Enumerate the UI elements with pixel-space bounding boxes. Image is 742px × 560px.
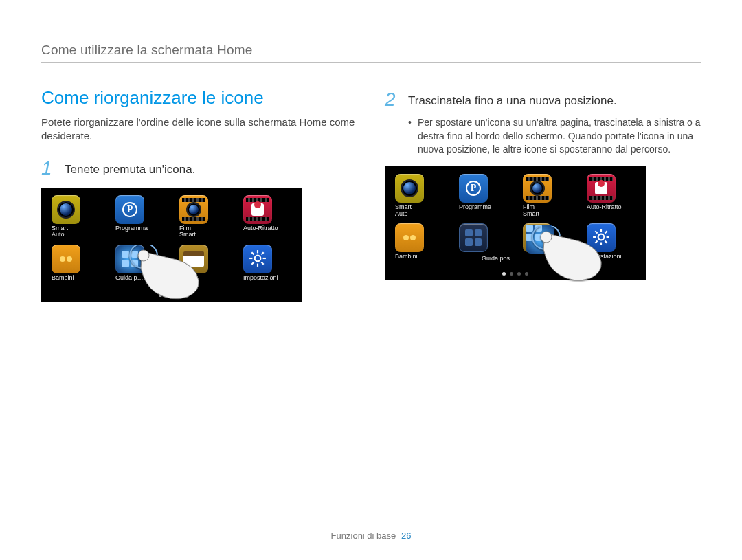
page-indicator bbox=[42, 293, 302, 297]
app-bambini[interactable]: Bambini bbox=[52, 245, 100, 289]
page-indicator bbox=[385, 272, 645, 276]
album-icon bbox=[179, 245, 208, 273]
app-label: Bambini bbox=[395, 254, 418, 267]
footer-page-number: 26 bbox=[401, 530, 411, 541]
svg-line-17 bbox=[605, 240, 607, 243]
app-programma[interactable]: PProgramma bbox=[115, 195, 164, 239]
app-label: Guida p… bbox=[115, 275, 144, 289]
camera-icon bbox=[395, 174, 424, 203]
kids-icon bbox=[52, 245, 80, 273]
app-label: Bambini bbox=[52, 275, 74, 289]
app-label: Auto-Ritratto bbox=[587, 204, 622, 218]
p-icon: P bbox=[459, 174, 488, 203]
step-2-number: 2 bbox=[385, 90, 401, 109]
svg-line-16 bbox=[595, 231, 597, 233]
app-label: Impostazioni bbox=[587, 254, 622, 267]
dragged-icon-label: Guida pos… bbox=[482, 255, 516, 262]
app-auto-ritratto[interactable]: Auto-Ritratto bbox=[587, 174, 636, 218]
divider bbox=[41, 62, 701, 63]
film-icon bbox=[179, 195, 208, 224]
svg-line-7 bbox=[251, 262, 254, 264]
app-album[interactable]: Album bbox=[179, 245, 228, 289]
dragged-icon bbox=[526, 225, 554, 254]
app-film-smart[interactable]: Film Smart bbox=[179, 195, 228, 239]
step-2-bullets: Per spostare un'icona su un'altra pagina… bbox=[385, 116, 701, 157]
app-label: Film Smart bbox=[523, 204, 539, 218]
kids-icon bbox=[395, 223, 424, 252]
app-label: Programma bbox=[459, 204, 491, 218]
app-smart-auto[interactable]: Smart Auto bbox=[395, 174, 444, 218]
p-icon: P bbox=[115, 195, 144, 224]
film-icon bbox=[523, 174, 552, 203]
svg-line-5 bbox=[251, 252, 254, 254]
section-intro: Potete riorganizzare l'ordine delle icon… bbox=[41, 115, 357, 144]
step-2-text: Trascinatela fino a una nuova posizione. bbox=[408, 94, 617, 108]
app-bambini[interactable]: Bambini bbox=[395, 223, 444, 267]
guide-icon bbox=[115, 245, 144, 273]
svg-line-19 bbox=[605, 231, 607, 233]
svg-line-6 bbox=[261, 262, 263, 264]
step-1: 1 Tenete premuta un'icona. bbox=[41, 159, 357, 178]
gear-icon bbox=[587, 223, 616, 252]
app-label: Film Smart bbox=[179, 225, 196, 239]
step-2: 2 Trascinatela fino a una nuova posizion… bbox=[385, 90, 701, 109]
gear-icon bbox=[243, 245, 272, 273]
app-impostazioni[interactable]: Impostazioni bbox=[243, 245, 292, 289]
screenshot-drag-icon: Smart AutoPProgrammaFilm SmartAuto-Ritra… bbox=[385, 166, 646, 280]
app-label: Programma bbox=[115, 225, 148, 239]
app-guida-pos[interactable]: Guida p… bbox=[115, 245, 164, 289]
empty-icon bbox=[459, 223, 488, 252]
app-label: Impostazioni bbox=[243, 275, 278, 289]
breadcrumb: Come utilizzare la schermata Home bbox=[41, 43, 701, 58]
svg-point-0 bbox=[255, 255, 261, 261]
app-impostazioni[interactable]: Impostazioni bbox=[587, 223, 636, 267]
app-programma[interactable]: PProgramma bbox=[459, 174, 508, 218]
portrait-icon bbox=[243, 195, 272, 224]
left-column: Come riorganizzare le icone Potete riorg… bbox=[41, 87, 357, 302]
step-2-bullet: Per spostare un'icona su un'altra pagina… bbox=[408, 116, 701, 157]
right-column: 2 Trascinatela fino a una nuova posizion… bbox=[385, 87, 701, 302]
app-label: Auto-Ritratto bbox=[243, 225, 278, 239]
app-auto-ritratto[interactable]: Auto-Ritratto bbox=[243, 195, 292, 239]
app-smart-auto[interactable]: Smart Auto bbox=[52, 195, 100, 239]
step-1-text: Tenete premuta un'icona. bbox=[65, 163, 195, 177]
svg-line-18 bbox=[595, 240, 597, 243]
app-label: Album bbox=[179, 275, 197, 289]
section-title: Come riorganizzare le icone bbox=[41, 87, 357, 109]
app-label: Smart Auto bbox=[395, 204, 412, 218]
app-label: Smart Auto bbox=[52, 225, 68, 239]
app-film-smart[interactable]: Film Smart bbox=[523, 174, 572, 218]
svg-point-11 bbox=[598, 234, 605, 240]
step-1-number: 1 bbox=[41, 159, 58, 178]
svg-line-8 bbox=[261, 252, 263, 254]
portrait-icon bbox=[587, 174, 616, 203]
camera-icon bbox=[52, 195, 80, 224]
footer-section: Funzioni di base bbox=[331, 530, 396, 541]
screenshot-hold-icon: Smart AutoPProgrammaFilm SmartAuto-Ritra… bbox=[41, 188, 302, 302]
footer: Funzioni di base 26 bbox=[0, 530, 742, 541]
